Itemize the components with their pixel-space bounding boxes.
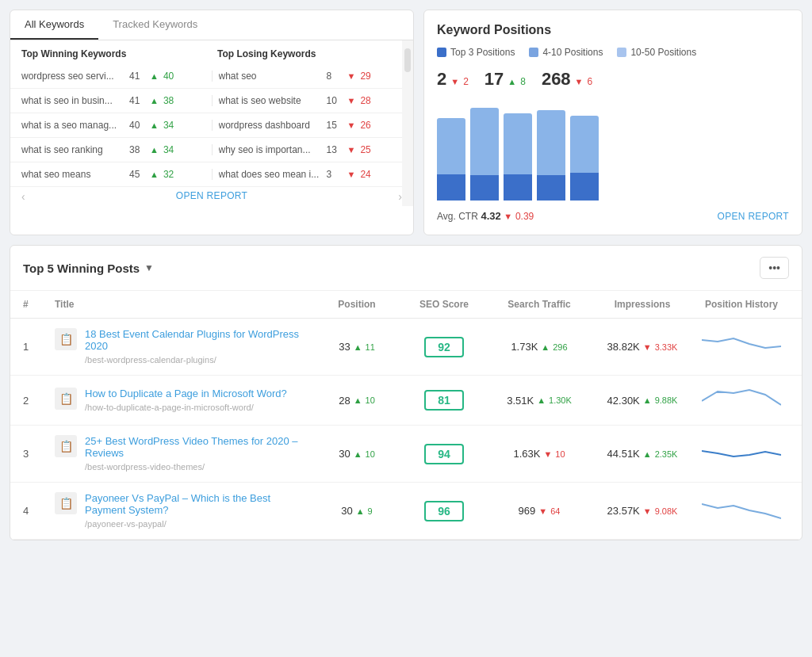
keywords-row: what is seo ranking 38 ▲ 34 why seo is i… — [10, 138, 413, 162]
col-divider — [212, 144, 213, 155]
col-header-title: Title — [55, 299, 313, 310]
keywords-scroll-outer: Top Winning Keywords Top Losing Keywords… — [10, 40, 413, 206]
winning-keyword-item: what seo means 45 ▲ 32 — [21, 169, 205, 180]
col-header-traffic: Search Traffic — [488, 299, 591, 310]
losing-keyword-item: what is seo website 10 ▼ 28 — [219, 95, 403, 106]
post-title-info: 18 Best Event Calendar Plugins for WordP… — [85, 328, 313, 365]
keywords-columns-header: Top Winning Keywords Top Losing Keywords — [10, 40, 413, 64]
row-title-cell: 📋 18 Best Event Calendar Plugins for Wor… — [55, 328, 313, 365]
chevron-down-icon[interactable]: ▼ — [144, 262, 154, 273]
legend-dot-4-10 — [529, 48, 538, 57]
row-position: 28 ▲ 10 — [313, 395, 400, 407]
stat-top3: 2 ▼ 2 — [437, 69, 469, 90]
stat-arrow-down: ▼ — [575, 77, 584, 86]
col-header-seo: SEO Score — [400, 299, 488, 310]
row-title-cell: 📋 Payoneer Vs PayPal – Which is the Best… — [55, 492, 313, 529]
traffic-down-icon: ▼ — [543, 449, 552, 459]
row-seo-score: 94 — [400, 444, 488, 464]
seo-badge: 92 — [424, 337, 464, 357]
down-arrow-icon: ▼ — [347, 145, 356, 155]
row-seo-score: 81 — [400, 390, 488, 411]
winning-keyword-item: what is seo ranking 38 ▲ 34 — [21, 144, 205, 155]
ctr-arrow-icon: ▼ — [504, 212, 512, 221]
sparkline-chart — [702, 385, 781, 413]
post-title-info: How to Duplicate a Page in Microsoft Wor… — [85, 388, 287, 413]
left-arrow-icon[interactable]: ‹ — [18, 190, 29, 203]
ctr-change: 0.39 — [515, 211, 534, 222]
row-seo-score: 92 — [400, 337, 488, 357]
down-arrow-icon: ▼ — [347, 96, 356, 105]
post-url: /best-wordpress-calendar-plugins/ — [85, 355, 216, 365]
winning-keyword-item: what is seo in busin... 41 ▲ 38 — [21, 95, 205, 106]
chart-bar-3 — [504, 113, 532, 201]
keywords-row: wordpress seo servi... 41 ▲ 40 what seo … — [10, 64, 413, 89]
positions-open-report-link[interactable]: OPEN REPORT — [718, 211, 789, 222]
ctr-value: 4.32 — [481, 210, 500, 222]
positions-title: Keyword Positions — [437, 23, 789, 37]
col-divider — [212, 95, 213, 106]
chart-legend: Top 3 Positions 4-10 Positions 10-50 Pos… — [437, 47, 789, 58]
col-divider — [212, 169, 213, 180]
more-options-button[interactable]: ••• — [760, 257, 789, 279]
losing-keyword-item: what seo 8 ▼ 29 — [219, 71, 403, 82]
seo-badge: 96 — [424, 501, 464, 521]
col-header-position: Position — [313, 299, 400, 310]
tab-tracked-keywords[interactable]: Tracked Keywords — [98, 10, 212, 40]
stat-4-10: 17 ▲ 8 — [485, 69, 526, 90]
post-url: /payoneer-vs-paypal/ — [85, 519, 167, 529]
pos-up-arrow-icon: ▲ — [354, 395, 362, 405]
imp-up-icon: ▲ — [643, 395, 652, 405]
down-arrow-icon: ▼ — [347, 170, 356, 179]
row-traffic: 1.73K ▲ 296 — [488, 341, 591, 353]
scrollbar-thumb[interactable] — [404, 48, 411, 72]
row-num: 4 — [23, 505, 55, 517]
ctr-row: Avg. CTR 4.32 ▼ 0.39 OPEN REPORT — [437, 210, 789, 222]
posts-panel-header: Top 5 Winning Posts ▼ ••• — [10, 246, 802, 291]
sparkline-chart — [702, 332, 781, 360]
keywords-panel: All Keywords Tracked Keywords Top Winnin… — [10, 10, 414, 235]
vertical-scrollbar[interactable] — [402, 40, 413, 206]
post-title-link[interactable]: Payoneer Vs PayPal – Which is the Best P… — [85, 492, 313, 516]
row-position: 30 ▲ 9 — [313, 505, 400, 517]
row-title-cell: 📋 How to Duplicate a Page in Microsoft W… — [55, 388, 313, 413]
post-title-group: 📋 How to Duplicate a Page in Microsoft W… — [55, 388, 313, 413]
post-title-link[interactable]: 18 Best Event Calendar Plugins for WordP… — [85, 328, 313, 352]
row-history — [694, 439, 789, 469]
down-arrow-icon: ▼ — [347, 71, 356, 81]
post-title-link[interactable]: 25+ Best WordPress Video Themes for 2020… — [85, 435, 313, 459]
row-impressions: 23.57K ▼ 9.08K — [591, 505, 694, 517]
pos-up-arrow-icon: ▲ — [356, 506, 365, 516]
table-row: 1 📋 18 Best Event Calendar Plugins for W… — [10, 319, 802, 376]
positions-panel: Keyword Positions Top 3 Positions 4-10 P… — [423, 10, 802, 235]
legend-4-10: 4-10 Positions — [529, 47, 603, 58]
chart-bar-4 — [537, 110, 565, 201]
nav-arrows: ‹ OPEN REPORT › — [10, 187, 413, 206]
pos-up-arrow-icon: ▲ — [354, 342, 362, 352]
stat-arrow-up: ▲ — [508, 77, 516, 86]
up-arrow-icon: ▲ — [150, 120, 159, 130]
table-row: 3 📋 25+ Best WordPress Video Themes for … — [10, 426, 802, 483]
post-icon: 📋 — [55, 435, 77, 457]
row-seo-score: 96 — [400, 501, 488, 521]
post-title-group: 📋 Payoneer Vs PayPal – Which is the Best… — [55, 492, 313, 529]
traffic-down-icon: ▼ — [538, 506, 547, 516]
post-url: /best-wordpress-video-themes/ — [85, 462, 205, 472]
seo-badge: 81 — [424, 390, 464, 411]
tab-all-keywords[interactable]: All Keywords — [10, 10, 98, 40]
post-title-link[interactable]: How to Duplicate a Page in Microsoft Wor… — [85, 388, 287, 399]
row-num: 1 — [23, 341, 55, 353]
losing-keyword-item: what does seo mean i... 3 ▼ 24 — [219, 169, 403, 180]
imp-up-icon: ▲ — [643, 449, 652, 459]
post-icon: 📋 — [55, 492, 77, 514]
legend-top3: Top 3 Positions — [437, 47, 515, 58]
up-arrow-icon: ▲ — [150, 71, 159, 81]
col-header-impressions: Impressions — [591, 299, 694, 310]
winning-keyword-item: what is a seo manag... 40 ▲ 34 — [21, 120, 205, 131]
row-history — [694, 385, 789, 415]
seo-badge: 94 — [424, 444, 464, 464]
legend-dot-10-50 — [617, 48, 626, 57]
table-row: 2 📋 How to Duplicate a Page in Microsoft… — [10, 376, 802, 426]
row-impressions: 44.51K ▲ 2.35K — [591, 448, 694, 460]
table-header: # Title Position SEO Score Search Traffi… — [10, 291, 802, 319]
keywords-open-report-link[interactable]: OPEN REPORT — [176, 190, 247, 203]
